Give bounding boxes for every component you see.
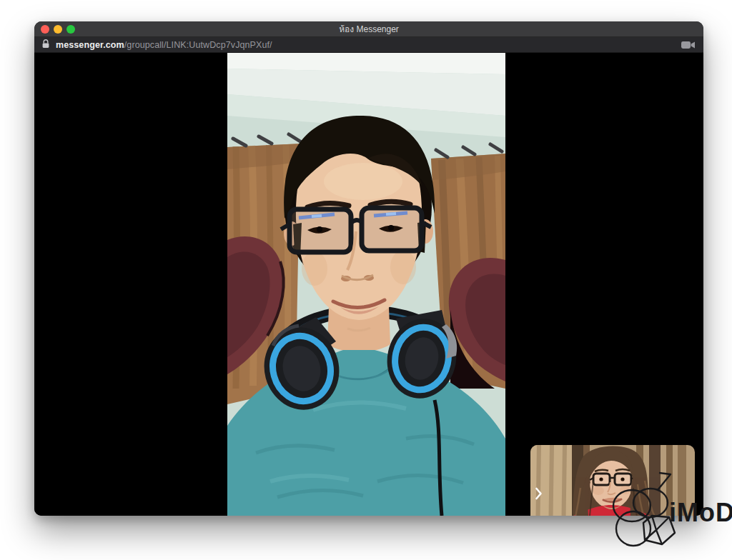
url-bar[interactable]: messenger.com/groupcall/LINK:UutwDcp7vJq… [34, 37, 703, 53]
window-title: ห้อง Messenger [34, 21, 703, 37]
pip-video-tile[interactable] [530, 445, 695, 516]
url-path: /groupcall/LINK:UutwDcp7vJqnPXuf/ [124, 40, 272, 50]
main-video-tile[interactable] [227, 53, 505, 516]
minimize-button[interactable] [54, 25, 62, 34]
zoom-button[interactable] [66, 25, 75, 34]
call-content-area [34, 53, 703, 516]
lock-icon[interactable] [42, 39, 49, 51]
pip-video-scene [530, 445, 695, 516]
main-video-scene [227, 53, 505, 516]
titlebar[interactable]: ห้อง Messenger [34, 21, 703, 37]
url-text[interactable]: messenger.com/groupcall/LINK:UutwDcp7vJq… [56, 40, 272, 50]
browser-window: ห้อง Messenger messenger.com/groupcall/L… [34, 21, 703, 516]
url-domain: messenger.com [56, 40, 124, 50]
video-camera-icon[interactable] [681, 41, 696, 49]
window-controls [41, 25, 75, 34]
close-button[interactable] [41, 25, 49, 34]
chevron-right-icon[interactable] [532, 485, 545, 502]
page: ห้อง Messenger messenger.com/groupcall/L… [0, 0, 732, 560]
